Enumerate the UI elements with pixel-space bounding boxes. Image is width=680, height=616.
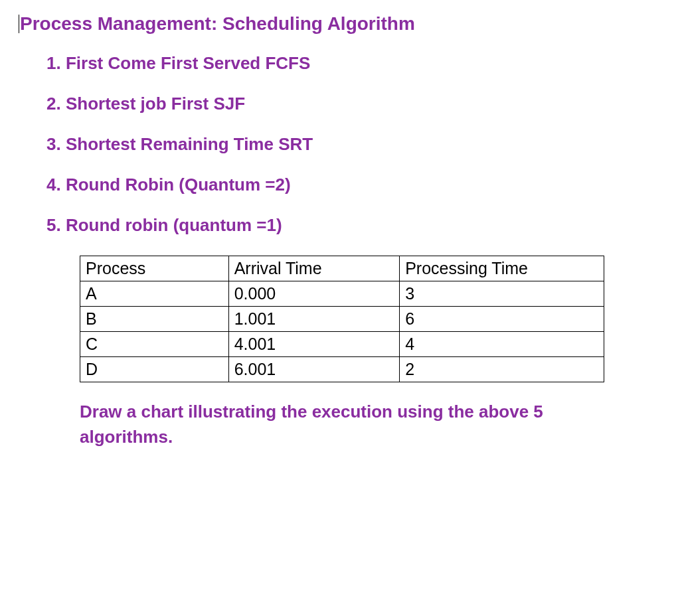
cell-processing: 2 <box>400 357 604 382</box>
cell-process: A <box>80 281 229 307</box>
table-row: B 1.001 6 <box>80 307 604 332</box>
list-item: 5. Round robin (quantum =1) <box>46 215 660 236</box>
list-item: 3. Shortest Remaining Time SRT <box>46 134 660 155</box>
cell-arrival: 6.001 <box>228 357 400 382</box>
list-item: 2. Shortest job First SJF <box>46 94 660 114</box>
list-num: 4. <box>46 175 61 194</box>
list-item: 1. First Come First Served FCFS <box>46 53 660 74</box>
page-title: Process Management: Scheduling Algorithm <box>20 13 660 35</box>
cell-process: D <box>80 357 229 382</box>
title-text: Process Management: Scheduling Algorithm <box>20 13 415 34</box>
process-table: Process Arrival Time Processing Time A 0… <box>80 256 604 382</box>
cell-arrival: 1.001 <box>228 307 400 332</box>
list-text: Round robin (quantum =1) <box>66 215 282 235</box>
list-item: 4. Round Robin (Quantum =2) <box>46 175 660 195</box>
table-row: A 0.000 3 <box>80 281 604 307</box>
table-row: D 6.001 2 <box>80 357 604 382</box>
cell-process: C <box>80 332 229 357</box>
text-cursor <box>19 15 19 33</box>
instruction-text: Draw a chart illustrating the execution … <box>80 400 620 449</box>
list-num: 5. <box>46 215 61 235</box>
cell-process: B <box>80 307 229 332</box>
cell-processing: 4 <box>400 332 604 357</box>
list-num: 3. <box>46 134 61 154</box>
cell-processing: 6 <box>400 307 604 332</box>
list-num: 1. <box>46 53 61 73</box>
header-arrival: Arrival Time <box>228 256 400 281</box>
algorithm-list: 1. First Come First Served FCFS 2. Short… <box>46 53 660 236</box>
header-processing: Processing Time <box>400 256 604 281</box>
list-text: Round Robin (Quantum =2) <box>66 175 291 194</box>
process-table-wrap: Process Arrival Time Processing Time A 0… <box>80 256 600 382</box>
table-header-row: Process Arrival Time Processing Time <box>80 256 604 281</box>
list-text: Shortest job First SJF <box>66 94 245 114</box>
table-row: C 4.001 4 <box>80 332 604 357</box>
cell-processing: 3 <box>400 281 604 307</box>
cell-arrival: 4.001 <box>228 332 400 357</box>
list-text: Shortest Remaining Time SRT <box>66 134 313 154</box>
document-page: Process Management: Scheduling Algorithm… <box>0 0 680 449</box>
list-num: 2. <box>46 94 61 114</box>
header-process: Process <box>80 256 229 281</box>
cell-arrival: 0.000 <box>228 281 400 307</box>
list-text: First Come First Served FCFS <box>66 53 310 73</box>
